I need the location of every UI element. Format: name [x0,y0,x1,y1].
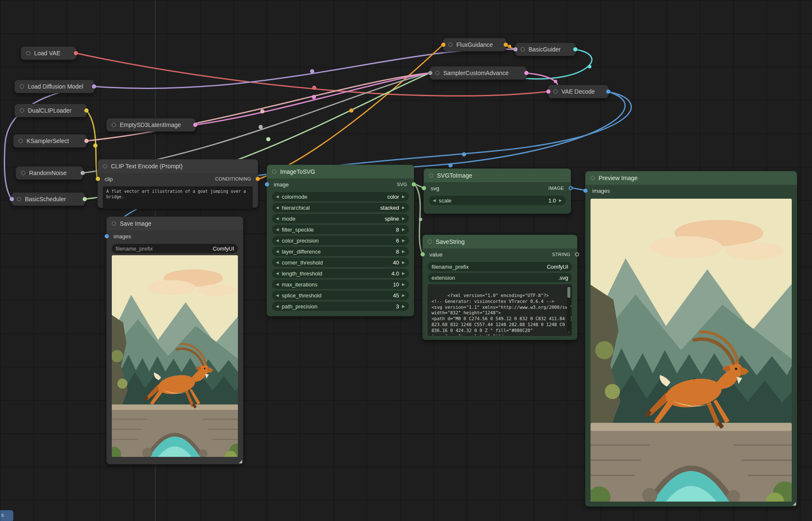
vae-output-slot[interactable] [74,51,78,55]
decrement-arrow-icon[interactable]: ◀ [276,228,279,232]
widget-filename-prefix[interactable]: filename_prefix ComfyUI [112,244,238,253]
decrement-arrow-icon[interactable]: ◀ [433,199,436,202]
increment-arrow-icon[interactable]: ▶ [402,261,405,265]
collapse-toggle-icon[interactable] [428,240,432,244]
collapse-toggle-icon[interactable] [26,51,30,55]
collapse-toggle-icon[interactable] [553,89,558,94]
increment-arrow-icon[interactable]: ▶ [402,283,405,286]
wire-clip[interactable] [86,111,97,179]
node-header[interactable]: SaveString [423,235,577,248]
widget-mode[interactable]: ◀ mode spline ▶ [272,214,409,223]
increment-arrow-icon[interactable]: ▶ [559,199,562,202]
latent-output-slot[interactable] [524,71,529,75]
node-ksamplerselect[interactable]: KSamplerSelect [13,134,87,148]
images-input-slot[interactable] [105,234,109,238]
string-output-slot[interactable] [575,252,579,256]
node-basicguider[interactable]: BasicGuider [515,43,576,56]
model-input-slot[interactable] [10,197,14,201]
inputs-slot[interactable] [428,71,432,75]
collapse-toggle-icon[interactable] [19,139,23,143]
model-output-slot[interactable] [92,84,96,89]
decrement-arrow-icon[interactable]: ◀ [276,294,279,297]
node-load-vae[interactable]: Load VAE [21,46,76,60]
decrement-arrow-icon[interactable]: ◀ [276,283,279,286]
node-save-image[interactable]: Save Image images filename_prefix ComfyU… [106,216,243,464]
image-output-slot[interactable] [606,89,610,94]
node-randomnoise[interactable]: RandomNoise [16,166,83,180]
increment-arrow-icon[interactable]: ▶ [402,272,405,275]
scroll-down-icon[interactable]: ⌄ [567,329,571,334]
node-header[interactable]: CLIP Text Encode (Prompt) [98,159,258,173]
collapse-toggle-icon[interactable] [448,43,453,47]
clip-output-slot[interactable] [84,108,89,113]
node-imagetosvg[interactable]: ImageToSVG image SVG ◀ colormode color ▶… [267,165,414,316]
collapse-toggle-icon[interactable] [103,164,107,168]
svg-source-text-area[interactable]: <?xml version="1.0" encoding="UTF-8"?> <… [428,284,572,336]
increment-arrow-icon[interactable]: ▶ [402,228,405,232]
node-fluxguidance[interactable]: FluxGuidance [443,38,506,51]
collapse-toggle-icon[interactable] [112,123,116,127]
collapse-toggle-icon[interactable] [20,108,24,113]
node-header[interactable]: ImageToSVG [267,165,414,178]
collapse-toggle-icon[interactable] [591,176,595,180]
images-input-slot[interactable] [583,189,588,193]
sigmas-output-slot[interactable] [83,197,87,201]
resize-handle-icon[interactable]: ◢ [793,501,796,506]
decrement-arrow-icon[interactable]: ◀ [276,239,279,243]
node-clip-text-encode[interactable]: CLIP Text Encode (Prompt) clip CONDITION… [97,159,258,208]
node-vae-decode[interactable]: VAE Decode [548,85,609,98]
noise-output-slot[interactable] [81,171,85,175]
node-preview-image[interactable]: Preview Image images ◢ [585,171,797,507]
collapse-toggle-icon[interactable] [435,71,440,75]
increment-arrow-icon[interactable]: ▶ [402,294,405,297]
decrement-arrow-icon[interactable]: ◀ [276,261,279,265]
sampler-output-slot[interactable] [84,139,89,143]
wire-image-to-preview[interactable] [571,188,585,190]
collapse-toggle-icon[interactable] [17,197,21,201]
node-samplercustomadvance[interactable]: SamplerCustomAdvance [430,66,527,80]
wire-conditioning[interactable] [258,45,443,179]
decrement-arrow-icon[interactable]: ◀ [276,217,279,221]
decrement-arrow-icon[interactable]: ◀ [276,305,279,308]
node-basicscheduler[interactable]: BasicScheduler [11,192,85,206]
guider-output-slot[interactable] [573,47,577,51]
scrollbar-thumb[interactable] [567,287,570,298]
increment-arrow-icon[interactable]: ▶ [402,217,405,221]
widget-scale[interactable]: ◀ scale 1.0 ▶ [429,196,566,205]
samples-input-slot[interactable] [546,89,550,94]
collapse-toggle-icon[interactable] [21,171,25,175]
increment-arrow-icon[interactable]: ▶ [402,305,405,308]
increment-arrow-icon[interactable]: ▶ [402,206,405,210]
model-input-slot[interactable] [513,47,518,51]
collapse-toggle-icon[interactable] [521,47,525,51]
widget-path-precision[interactable]: ◀ path_precision 3 ▶ [272,302,409,311]
widget-filter-speckle[interactable]: ◀ filter_speckle 8 ▶ [272,225,409,234]
node-emptysd3latentimage[interactable]: EmptySD3LatentImage [106,118,196,132]
svg-output-slot[interactable] [412,182,416,186]
wire-latent[interactable] [195,73,430,125]
clip-input-slot[interactable] [96,177,100,181]
widget-max-iterations[interactable]: ◀ max_iterations 10 ▶ [272,280,409,289]
collapse-toggle-icon[interactable] [20,84,24,89]
widget-extension[interactable]: extension .svg [428,273,572,282]
widget-corner-threshold[interactable]: ◀ corner_threshold 40 ▶ [272,258,409,267]
prompt-text-input[interactable]: A flat vector art illustration of a goat… [103,186,253,209]
widget-filename-prefix[interactable]: filename_prefix ComfyUI [428,262,572,271]
image-output-slot[interactable] [569,186,573,190]
node-svgtoimage[interactable]: SVGToImage svg IMAGE ◀ scale 1.0 ▶ [424,168,571,214]
node-header[interactable]: Save Image [107,217,243,230]
node-savestring[interactable]: SaveString value STRING filename_prefix … [422,235,577,340]
node-load-diffusion-model[interactable]: Load Diffusion Model [14,80,94,93]
widget-splice-threshold[interactable]: ◀ splice_threshold 45 ▶ [272,291,409,300]
node-header[interactable]: Preview Image [585,171,797,185]
increment-arrow-icon[interactable]: ▶ [402,250,405,254]
node-graph-canvas[interactable]: Load VAE Load Diffusion Model DualCLIPLo… [0,0,812,521]
wire-svg-to-savestring[interactable] [414,184,422,254]
widget-layer-difference[interactable]: ◀ layer_difference 8 ▶ [272,247,409,256]
value-input-slot[interactable] [421,252,425,256]
resize-handle-icon[interactable]: ◢ [239,459,242,464]
decrement-arrow-icon[interactable]: ◀ [276,272,279,275]
widget-length-threshold[interactable]: ◀ length_threshold 4.0 ▶ [272,269,409,278]
collapse-toggle-icon[interactable] [429,173,433,178]
collapse-toggle-icon[interactable] [272,170,276,174]
